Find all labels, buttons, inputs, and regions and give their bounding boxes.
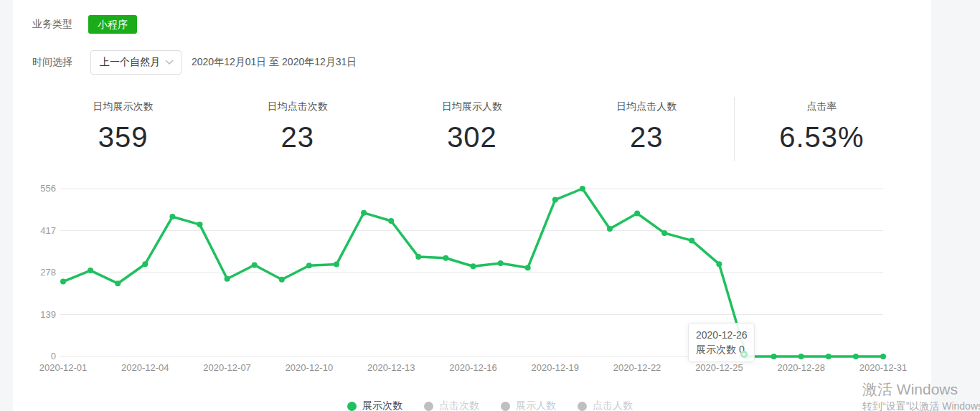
x-axis-tick-label: 2020-12-19: [532, 362, 580, 373]
x-axis-tick-label: 2020-12-25: [695, 362, 743, 373]
legend-item-impressions[interactable]: 展示次数: [347, 400, 402, 411]
tooltip-date: 2020-12-26: [696, 328, 747, 342]
data-point[interactable]: [634, 211, 640, 217]
y-axis-tick-label: 556: [40, 183, 56, 194]
stat-label: 日均点击人数: [560, 100, 734, 113]
x-axis-tick-label: 2020-12-28: [777, 362, 825, 373]
y-axis-tick-label: 139: [40, 309, 56, 320]
data-point[interactable]: [88, 268, 93, 273]
data-point[interactable]: [661, 230, 667, 236]
y-axis-tick-label: 0: [51, 351, 56, 362]
legend-dot-icon: [578, 402, 587, 411]
date-range-text: 2020年12月01日 至 2020年12月31日: [192, 56, 357, 69]
time-range-dropdown[interactable]: 上一个自然月: [90, 50, 182, 75]
legend-item-click-users[interactable]: 点击人数: [578, 400, 633, 411]
data-point[interactable]: [826, 354, 831, 359]
y-axis-tick-label: 278: [40, 267, 56, 278]
data-point[interactable]: [498, 260, 504, 266]
stat-value: 359: [36, 121, 210, 153]
x-axis-tick-label: 2020-12-13: [367, 362, 415, 373]
data-point[interactable]: [197, 222, 203, 227]
data-point[interactable]: [443, 255, 448, 261]
time-select-label: 时间选择: [32, 56, 72, 69]
stat-value: 23: [210, 121, 385, 153]
x-axis-tick-label: 2020-12-22: [613, 362, 661, 373]
data-point[interactable]: [361, 210, 367, 216]
x-axis-tick-label: 2020-12-10: [286, 362, 334, 373]
windows-activation-watermark: 激活 Windows 转到“设置”以激活 Windows: [862, 380, 980, 411]
data-point[interactable]: [60, 279, 66, 285]
data-point[interactable]: [853, 354, 859, 359]
data-point[interactable]: [225, 276, 230, 282]
data-point[interactable]: [880, 354, 886, 359]
data-point[interactable]: [798, 354, 804, 359]
chevron-down-icon: [165, 60, 174, 65]
time-select-row: 时间选择 上一个自然月 2020年12月01日 至 2020年12月31日: [32, 50, 357, 75]
chart-legend: 展示次数 点击次数 展示人数 点击人数: [0, 397, 980, 411]
tooltip-series-label: 展示次数: [696, 344, 736, 355]
x-axis-tick-label: 2020-12-16: [449, 362, 497, 373]
data-point[interactable]: [689, 237, 694, 243]
data-point[interactable]: [142, 261, 148, 267]
y-axis-tick-label: 417: [40, 225, 56, 236]
summary-stats-row: 日均展示次数 359 日均点击次数 23 日均展示人数 302 日均点击人数 2…: [36, 97, 909, 161]
stat-avg-impressions: 日均展示次数 359: [36, 97, 210, 161]
legend-dot-icon: [424, 402, 433, 411]
stat-label: 日均点击次数: [210, 100, 385, 113]
data-point[interactable]: [471, 263, 476, 269]
data-point[interactable]: [580, 186, 585, 192]
business-type-miniprogram-button[interactable]: 小程序: [88, 15, 137, 34]
hovered-point-marker: [740, 351, 748, 358]
data-point[interactable]: [306, 263, 312, 268]
business-type-row: 业务类型 小程序: [32, 12, 137, 37]
data-point[interactable]: [252, 263, 258, 268]
x-axis-tick-label: 2020-12-04: [121, 362, 169, 373]
tooltip-series-row: 展示次数0: [696, 342, 747, 356]
data-point[interactable]: [525, 265, 531, 270]
data-point[interactable]: [771, 354, 777, 359]
stat-value: 6.53%: [735, 121, 909, 153]
stat-click-rate: 点击率 6.53%: [734, 97, 909, 161]
stat-label: 点击率: [735, 100, 909, 113]
data-point[interactable]: [607, 226, 613, 232]
stat-label: 日均展示人数: [385, 100, 559, 113]
stat-avg-clicks: 日均点击次数 23: [210, 97, 385, 161]
watermark-title: 激活 Windows: [862, 380, 980, 399]
stat-value: 302: [385, 121, 559, 153]
watermark-subtitle: 转到“设置”以激活 Windows: [862, 399, 980, 411]
x-axis-tick-label: 2020-12-01: [39, 362, 88, 373]
data-point[interactable]: [415, 254, 421, 260]
x-axis-tick-label: 2020-12-31: [859, 362, 908, 373]
data-point[interactable]: [334, 262, 339, 268]
business-type-label: 业务类型: [32, 18, 72, 31]
legend-dot-icon: [501, 402, 510, 411]
data-point[interactable]: [169, 214, 175, 219]
data-point[interactable]: [716, 261, 722, 267]
data-point[interactable]: [552, 197, 558, 203]
x-axis-tick-label: 2020-12-07: [203, 362, 251, 373]
legend-dot-icon: [347, 402, 357, 411]
stat-label: 日均展示次数: [36, 100, 210, 113]
stat-value: 23: [560, 121, 734, 153]
legend-item-clicks[interactable]: 点击次数: [424, 400, 479, 411]
stat-avg-impression-users: 日均展示人数 302: [385, 97, 559, 161]
legend-item-impression-users[interactable]: 展示人数: [501, 400, 556, 411]
data-point[interactable]: [115, 280, 121, 286]
data-point[interactable]: [388, 218, 394, 224]
stat-avg-click-users: 日均点击人数 23: [560, 97, 734, 161]
time-range-dropdown-value: 上一个自然月: [100, 56, 160, 69]
data-point[interactable]: [279, 277, 285, 283]
